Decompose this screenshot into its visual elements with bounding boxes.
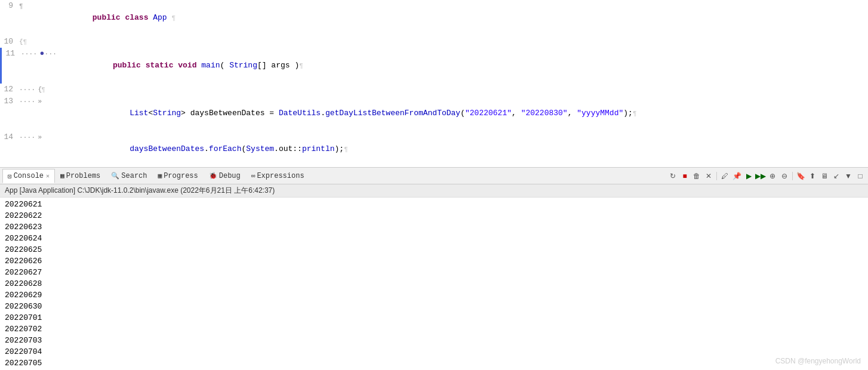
- pin-button[interactable]: 📌: [731, 171, 742, 181]
- display-button[interactable]: 🖥: [819, 171, 830, 181]
- console-icon: ⊡: [8, 172, 12, 180]
- line-number-12: 12: [0, 84, 17, 95]
- problems-icon: ▦: [60, 172, 64, 180]
- toolbar-sep-2: [792, 172, 793, 180]
- line-number-9: 9: [0, 0, 17, 12]
- console-panel: ⊡ Console ✕ ▦ Problems 🔍 Search ▦ Progre…: [0, 168, 868, 370]
- console-status-bar: App [Java Application] C:\JDK\jdk-11.0.2…: [0, 184, 868, 198]
- output-line-13: 20220703: [5, 335, 863, 346]
- code-line-14: 14 · · · · » daysBetweenDates.forEach(Sy…: [0, 131, 868, 167]
- line-content-9: public class App ¶: [64, 0, 868, 36]
- tab-search[interactable]: 🔍 Search: [106, 169, 152, 183]
- tab-debug[interactable]: 🐞 Debug: [204, 169, 246, 183]
- line-gutter-13: · · · · »: [17, 95, 64, 107]
- edit-button[interactable]: 🖊: [719, 171, 730, 181]
- up-button[interactable]: ⬆: [807, 171, 818, 181]
- app-status-text: App [Java Application] C:\JDK\jdk-11.0.2…: [5, 186, 275, 195]
- bookmark-button[interactable]: 🔖: [795, 171, 806, 181]
- output-line-15: 20220705: [5, 357, 863, 369]
- line-number-11: 11: [2, 48, 19, 60]
- tab-debug-label: Debug: [219, 172, 241, 180]
- remove-launch-button[interactable]: 🗑: [691, 171, 702, 181]
- output-line-12: 20220702: [5, 323, 863, 335]
- code-line-12: 12 · · · · {¶: [0, 84, 868, 95]
- view-menu-button[interactable]: ▼: [843, 171, 854, 181]
- maximize-button[interactable]: ↙: [831, 171, 842, 181]
- tab-console[interactable]: ⊡ Console ✕: [2, 169, 55, 183]
- remove-all-button[interactable]: ✕: [703, 171, 714, 181]
- code-line-10: 10 {¶: [0, 36, 868, 48]
- code-line-9: 9 ¶ public class App ¶: [0, 0, 868, 36]
- line-gutter-12: · · · · {¶: [17, 84, 64, 95]
- progress-icon: ▦: [158, 172, 162, 180]
- output-line-8: 20220628: [5, 278, 863, 289]
- output-line-9: 20220629: [5, 289, 863, 301]
- output-line-3: 20220623: [5, 221, 863, 233]
- add-button[interactable]: ⊕: [767, 171, 778, 181]
- run-all-button[interactable]: ▶▶: [755, 171, 766, 181]
- output-line-5: 20220625: [5, 244, 863, 255]
- tab-console-close[interactable]: ✕: [46, 172, 50, 180]
- search-icon: 🔍: [111, 172, 119, 180]
- output-line-11: 20220701: [5, 312, 863, 323]
- line-gutter-10: {¶: [17, 36, 64, 48]
- output-line-14: 20220704: [5, 346, 863, 357]
- tab-console-label: Console: [14, 172, 44, 180]
- code-editor: 9 ¶ public class App ¶ 10 {¶ 11 · · · · …: [0, 0, 868, 168]
- watermark: CSDN @fengyehongWorld: [775, 357, 861, 365]
- output-line-10: 20220630: [5, 301, 863, 312]
- code-line-13: 13 · · · · » List<String> daysBetweenDat…: [0, 95, 868, 131]
- output-line-7: 20220627: [5, 267, 863, 278]
- line-number-13: 13: [0, 95, 17, 107]
- line-number-10: 10: [0, 36, 17, 48]
- line-content-14: daysBetweenDates.forEach(System.out::pri…: [64, 131, 868, 167]
- output-line-6: 20220626: [5, 255, 863, 267]
- line-gutter-14: · · · · »: [17, 131, 64, 143]
- console-toolbar: ↻ ■ 🗑 ✕ 🖊 📌 ▶ ▶▶ ⊕ ⊖ 🔖 ⬆ 🖥 ↙ ▼ □: [667, 171, 866, 181]
- line-content-13: List<String> daysBetweenDates = DateUtil…: [64, 95, 868, 131]
- output-line-4: 20220624: [5, 233, 863, 244]
- console-tab-bar: ⊡ Console ✕ ▦ Problems 🔍 Search ▦ Progre…: [0, 168, 868, 184]
- debug-icon: 🐞: [209, 172, 217, 180]
- expressions-icon: ∞: [251, 172, 256, 180]
- tab-problems-label: Problems: [66, 172, 101, 180]
- tab-expressions-label: Expressions: [257, 172, 304, 180]
- output-line-1: 20220621: [5, 199, 863, 210]
- tab-progress[interactable]: ▦ Progress: [153, 169, 204, 183]
- toolbar-sep-1: [716, 172, 717, 180]
- refresh-button[interactable]: ↻: [667, 171, 678, 181]
- line-gutter-9: ¶: [17, 0, 64, 12]
- minimize-button[interactable]: □: [855, 171, 866, 181]
- line-number-14: 14: [0, 131, 17, 143]
- tab-expressions[interactable]: ∞ Expressions: [246, 169, 310, 183]
- tab-search-label: Search: [121, 172, 147, 180]
- remove-button[interactable]: ⊖: [779, 171, 790, 181]
- console-output[interactable]: 20220621 20220622 20220623 20220624 2022…: [0, 198, 868, 370]
- run-button[interactable]: ▶: [743, 171, 754, 181]
- line-content-11: public static void main( String[] args )…: [66, 48, 868, 84]
- line-gutter-11: · · · · ● · · ·: [19, 48, 66, 60]
- tab-progress-label: Progress: [164, 172, 198, 180]
- output-line-2: 20220622: [5, 210, 863, 221]
- stop-button[interactable]: ■: [679, 171, 690, 181]
- tab-problems[interactable]: ▦ Problems: [55, 169, 106, 183]
- code-line-11: 11 · · · · ● · · · public static void ma…: [0, 48, 868, 84]
